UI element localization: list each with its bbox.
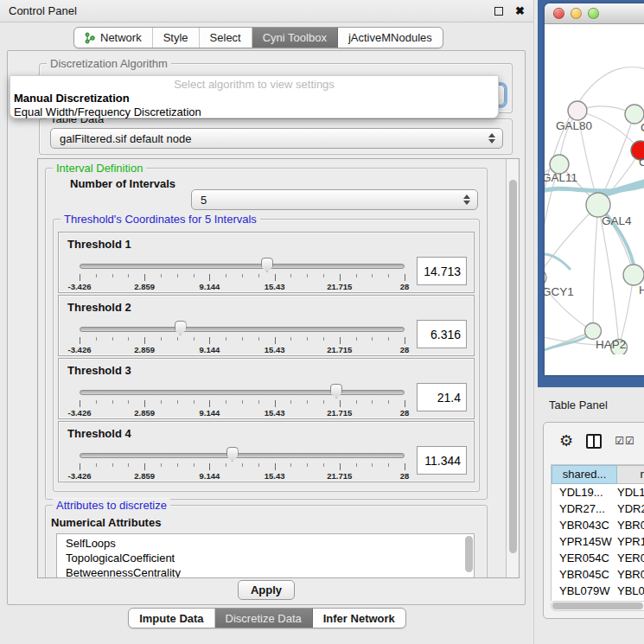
table-data-combobox[interactable]: galFiltered.sif default node bbox=[50, 128, 503, 149]
table-panel-header: Table Panel bbox=[538, 391, 644, 418]
cell-shared-name[interactable]: YBR045C bbox=[552, 566, 617, 583]
table-header-row: shared... na bbox=[552, 465, 644, 484]
table-row[interactable]: YBR043CYBR0 bbox=[552, 517, 644, 533]
threshold-slider[interactable]: -3.4262.8599.14415.4321.71528 bbox=[80, 255, 405, 291]
tab-discretize-data[interactable]: Discretize Data bbox=[215, 609, 313, 628]
tick-mark bbox=[96, 463, 97, 467]
numerical-attributes-list[interactable]: SelfLoopsTopologicalCoefficientBetweenne… bbox=[56, 533, 475, 578]
select-columns-checkboxes-icon[interactable]: ☑☑ bbox=[615, 435, 635, 447]
slider-track[interactable] bbox=[80, 453, 405, 458]
table-panel-title: Table Panel bbox=[549, 399, 608, 411]
node-gcy1[interactable] bbox=[545, 269, 546, 286]
tab-impute-data[interactable]: Impute Data bbox=[129, 609, 214, 628]
threshold-value-field[interactable]: 11.344 bbox=[417, 446, 467, 475]
tab-infer-network[interactable]: Infer Network bbox=[313, 609, 405, 628]
settings-gear-icon[interactable]: ⚙ bbox=[559, 433, 573, 449]
cell-shared-name[interactable]: YER054C bbox=[552, 550, 617, 566]
table-row[interactable]: YDR27...YDR2 bbox=[552, 501, 644, 517]
tick-mark bbox=[258, 337, 259, 341]
minimize-traffic-light-icon[interactable] bbox=[571, 8, 582, 19]
algorithm-dropdown-list: Select algorithm to view settings Manual… bbox=[10, 75, 499, 118]
network-canvas[interactable]: GAL80 G C GAL11 GAL4 GCY1 H HAP2 bbox=[545, 24, 644, 354]
dropdown-item-equal-width-frequency[interactable]: Equal Width/Frequency Discretization bbox=[10, 105, 498, 119]
table-row[interactable]: YPR145WYPR1 bbox=[552, 533, 644, 550]
node-hap2[interactable] bbox=[585, 323, 602, 340]
node-gal4[interactable] bbox=[586, 193, 610, 217]
list-scrollbar-thumb[interactable] bbox=[465, 536, 473, 572]
cell-name[interactable]: YDR2 bbox=[617, 501, 644, 517]
node-label-gal11: GAL11 bbox=[545, 171, 577, 184]
cell-name[interactable]: YDL1 bbox=[617, 484, 644, 501]
tab-label: Discretize Data bbox=[226, 612, 302, 625]
vertical-scrollbar[interactable] bbox=[506, 159, 519, 577]
threshold-value-field[interactable]: 21.4 bbox=[417, 383, 467, 411]
attribute-item[interactable]: TopologicalCoefficient bbox=[66, 551, 474, 565]
zoom-traffic-light-icon[interactable] bbox=[588, 8, 599, 19]
column-header-shared-name[interactable]: shared... bbox=[552, 465, 617, 484]
slider-thumb[interactable] bbox=[330, 384, 342, 399]
close-icon[interactable]: ✖ bbox=[515, 7, 525, 16]
attribute-item[interactable]: BetweennessCentrality bbox=[66, 565, 474, 578]
tick-mark bbox=[226, 463, 226, 467]
cell-shared-name[interactable]: YDL19... bbox=[552, 484, 617, 501]
tick-mark bbox=[405, 400, 405, 407]
horizontal-scrollbar[interactable] bbox=[551, 601, 644, 611]
tab-select[interactable]: Select bbox=[200, 28, 252, 48]
tick-mark bbox=[209, 274, 210, 281]
control-panel-tab-bar: Network Style Select Cyni Toolbox jActiv… bbox=[73, 27, 443, 48]
cell-name[interactable]: YBR0 bbox=[617, 566, 644, 583]
threshold-slider[interactable]: -3.4262.8599.14415.4321.71528 bbox=[80, 444, 405, 481]
dropdown-item-manual-discretization[interactable]: Manual Discretization bbox=[10, 92, 498, 105]
threshold-panel: Threshold 2 -3.4262.8599.14415.4321.7152… bbox=[58, 295, 475, 356]
slider-thumb[interactable] bbox=[261, 258, 273, 272]
tab-cyni-toolbox[interactable]: Cyni Toolbox bbox=[252, 28, 338, 48]
threshold-value-field[interactable]: 6.316 bbox=[417, 320, 467, 348]
node-partial-right[interactable] bbox=[623, 265, 644, 285]
cell-name[interactable]: YBR0 bbox=[617, 517, 644, 533]
tab-jactivemnodules[interactable]: jActiveMNodules bbox=[338, 28, 443, 48]
tick-mark bbox=[144, 274, 145, 281]
slider-track[interactable] bbox=[80, 264, 405, 269]
threshold-value-field[interactable]: 14.713 bbox=[417, 257, 467, 285]
slider-track[interactable] bbox=[80, 390, 405, 395]
cell-name[interactable]: YER0 bbox=[617, 550, 644, 566]
close-traffic-light-icon[interactable] bbox=[553, 8, 564, 19]
float-window-icon[interactable] bbox=[494, 7, 503, 16]
table-row[interactable]: YER054CYER0 bbox=[552, 550, 644, 566]
cell-name[interactable]: YBL0 bbox=[617, 583, 644, 599]
cell-shared-name[interactable]: YDR27... bbox=[552, 501, 617, 517]
slider-thumb[interactable] bbox=[175, 321, 187, 335]
combo-arrows-icon bbox=[488, 133, 495, 143]
tab-label: Style bbox=[163, 31, 188, 44]
attribute-item[interactable]: SelfLoops bbox=[66, 536, 474, 551]
tab-network[interactable]: Network bbox=[74, 28, 153, 48]
attributes-to-discretize-group: Attributes to discretize Numerical Attri… bbox=[45, 505, 488, 578]
scrollbar-thumb[interactable] bbox=[509, 180, 517, 553]
network-window-titlebar[interactable] bbox=[545, 3, 644, 24]
tab-label: Network bbox=[100, 31, 142, 44]
column-header-name[interactable]: na bbox=[617, 465, 644, 484]
table-row[interactable]: YBL079WYBL0 bbox=[552, 583, 644, 599]
tab-style[interactable]: Style bbox=[153, 28, 200, 48]
number-of-intervals-combobox[interactable]: 5 bbox=[191, 189, 478, 210]
slider-thumb[interactable] bbox=[226, 447, 239, 462]
cell-name[interactable]: YPR1 bbox=[617, 533, 644, 550]
slider-track[interactable] bbox=[80, 327, 405, 332]
tick-mark bbox=[242, 463, 243, 467]
split-columns-icon[interactable] bbox=[586, 434, 602, 449]
tick-mark bbox=[226, 400, 226, 404]
table-row[interactable]: YDL19...YDL1 bbox=[552, 484, 644, 501]
cell-shared-name[interactable]: YPR145W bbox=[552, 533, 617, 550]
dropdown-placeholder-item[interactable]: Select algorithm to view settings bbox=[10, 78, 498, 92]
threshold-slider[interactable]: -3.4262.8599.14415.4321.71528 bbox=[80, 381, 405, 418]
cell-shared-name[interactable]: YBL079W bbox=[552, 583, 617, 599]
threshold-slider[interactable]: -3.4262.8599.14415.4321.71528 bbox=[80, 318, 405, 354]
tick-mark bbox=[112, 400, 113, 404]
tick-mark bbox=[290, 337, 291, 341]
node-gal80[interactable] bbox=[568, 101, 587, 120]
table-toolbar: ⚙ ☑☑ bbox=[544, 428, 635, 454]
apply-button[interactable]: Apply bbox=[238, 580, 295, 600]
scrollbar-thumb[interactable] bbox=[552, 603, 643, 609]
cell-shared-name[interactable]: YBR043C bbox=[552, 517, 617, 533]
table-row[interactable]: YBR045CYBR0 bbox=[552, 566, 644, 583]
